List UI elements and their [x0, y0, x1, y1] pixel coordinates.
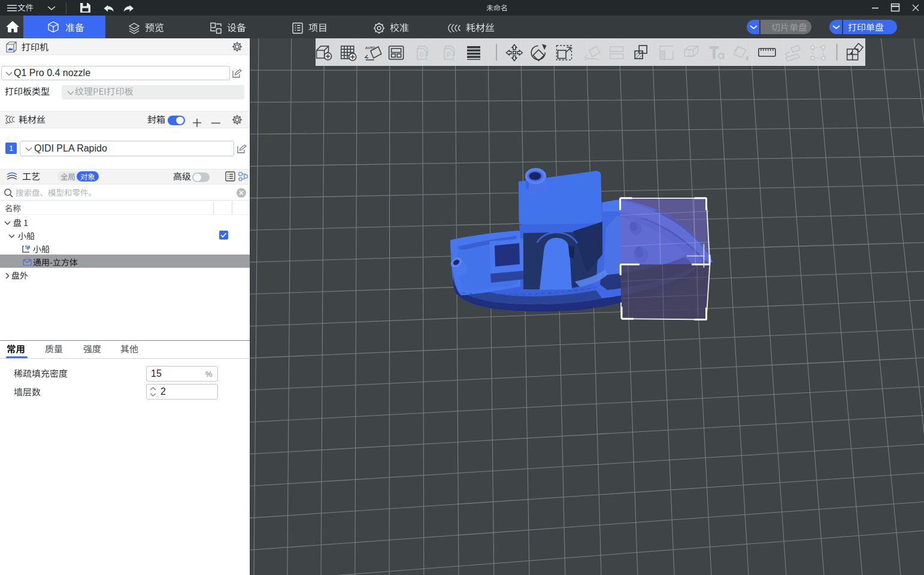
- svg-text:P: P: [447, 51, 451, 58]
- svg-text:AUTO: AUTO: [365, 46, 375, 50]
- svg-text:0: 0: [420, 51, 423, 58]
